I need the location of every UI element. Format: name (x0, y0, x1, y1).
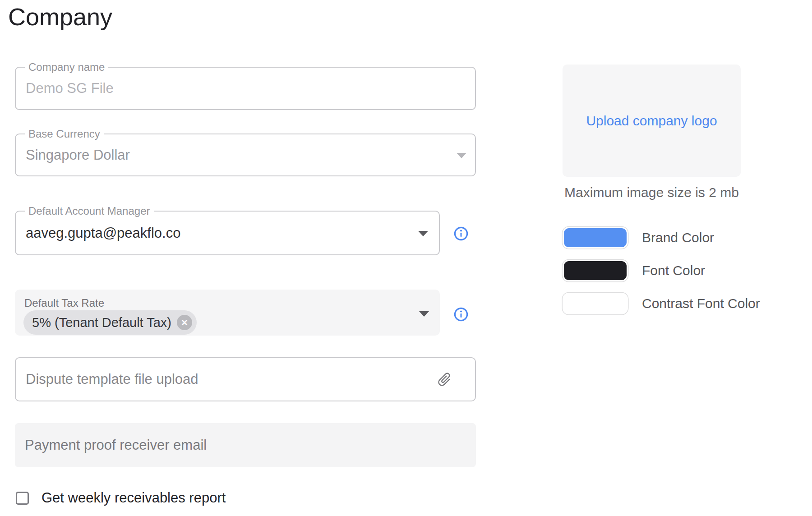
chevron-down-icon[interactable] (419, 311, 429, 317)
page-title: Company (8, 3, 112, 31)
upload-size-hint: Maximum image size is 2 mb (563, 185, 741, 200)
company-name-label: Company name (25, 61, 108, 74)
paperclip-icon[interactable] (436, 371, 452, 387)
tax-rate-chip: 5% (Tenant Default Tax) (23, 310, 197, 335)
dispute-template-upload-field[interactable]: Dispute template file upload (15, 357, 476, 401)
account-manager-info-icon[interactable] (454, 226, 468, 241)
tax-rate-label: Default Tax Rate (24, 296, 104, 309)
payment-proof-placeholder: Payment proof receiver email (15, 437, 207, 453)
font-color-swatch[interactable] (563, 260, 628, 281)
brand-color-swatch[interactable] (563, 227, 628, 249)
contrast-font-color-row: Contrast Font Color (563, 293, 760, 314)
contrast-font-color-swatch[interactable] (563, 293, 628, 314)
account-manager-label: Default Account Manager (25, 205, 154, 217)
base-currency-label: Base Currency (25, 128, 104, 140)
dispute-template-placeholder: Dispute template file upload (16, 371, 198, 387)
payment-proof-email-input[interactable]: Payment proof receiver email (15, 423, 476, 467)
base-currency-value: Singapore Dollar (16, 147, 130, 163)
contrast-font-color-label: Contrast Font Color (642, 296, 760, 311)
weekly-report-label[interactable]: Get weekly receivables report (42, 490, 226, 506)
weekly-report-checkbox[interactable] (16, 492, 29, 505)
account-manager-select[interactable]: Default Account Manager aaveg.gupta@peak… (15, 211, 440, 255)
chip-remove-icon[interactable] (177, 315, 192, 330)
font-color-label: Font Color (642, 263, 705, 278)
tax-rate-inner: Default Tax Rate 5% (Tenant Default Tax) (15, 290, 440, 335)
logo-upload-dropzone[interactable]: Upload company logo (563, 64, 741, 177)
font-color-row: Font Color (563, 260, 705, 281)
company-settings-page: Company Company name Demo SG File Base C… (0, 0, 812, 516)
base-currency-select[interactable]: Base Currency Singapore Dollar (15, 134, 476, 176)
brand-color-row: Brand Color (563, 227, 714, 249)
account-manager-value: aaveg.gupta@peakflo.co (16, 225, 180, 241)
tax-rate-info-icon[interactable] (454, 307, 468, 322)
chevron-down-icon[interactable] (418, 231, 428, 236)
company-name-input[interactable]: Company name Demo SG File (15, 67, 476, 110)
brand-color-label: Brand Color (642, 230, 714, 245)
tax-rate-select[interactable]: Default Tax Rate 5% (Tenant Default Tax) (15, 290, 440, 336)
upload-logo-link[interactable]: Upload company logo (586, 113, 717, 129)
weekly-report-row: Get weekly receivables report (16, 490, 226, 506)
company-name-value: Demo SG File (16, 80, 114, 97)
tax-rate-chip-label: 5% (Tenant Default Tax) (32, 315, 171, 330)
chevron-down-icon (457, 153, 466, 158)
